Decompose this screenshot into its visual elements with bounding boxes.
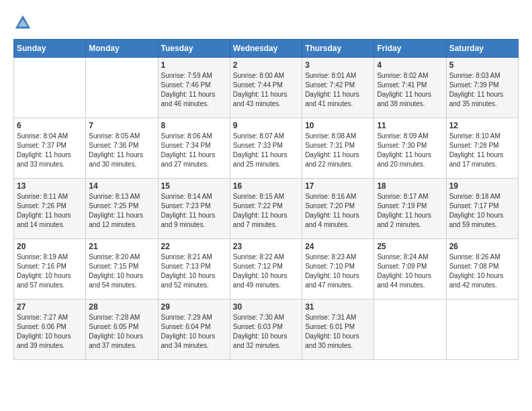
calendar-cell: 23Sunrise: 8:22 AMSunset: 7:12 PMDayligh…	[230, 239, 302, 300]
day-number: 26	[449, 242, 515, 251]
calendar-cell: 2Sunrise: 8:00 AMSunset: 7:44 PMDaylight…	[230, 58, 302, 118]
calendar-week-2: 6Sunrise: 8:04 AMSunset: 7:37 PMDaylight…	[14, 118, 519, 179]
calendar-cell: 16Sunrise: 8:15 AMSunset: 7:22 PMDayligh…	[230, 179, 302, 239]
day-info: Sunrise: 7:30 AMSunset: 6:03 PMDaylight:…	[233, 313, 299, 351]
day-number: 7	[89, 121, 154, 130]
calendar-cell: 18Sunrise: 8:17 AMSunset: 7:19 PMDayligh…	[374, 179, 446, 239]
day-number: 10	[305, 121, 371, 130]
calendar-cell: 7Sunrise: 8:05 AMSunset: 7:36 PMDaylight…	[86, 118, 158, 179]
day-info: Sunrise: 8:04 AMSunset: 7:37 PMDaylight:…	[17, 132, 83, 169]
day-info: Sunrise: 8:00 AMSunset: 7:44 PMDaylight:…	[233, 71, 299, 109]
day-info: Sunrise: 8:13 AMSunset: 7:25 PMDaylight:…	[89, 192, 154, 230]
calendar-cell: 13Sunrise: 8:11 AMSunset: 7:26 PMDayligh…	[14, 179, 86, 239]
day-info: Sunrise: 8:01 AMSunset: 7:42 PMDaylight:…	[305, 71, 371, 109]
day-info: Sunrise: 8:03 AMSunset: 7:39 PMDaylight:…	[449, 71, 515, 109]
day-number: 31	[305, 302, 371, 312]
calendar-cell: 28Sunrise: 7:28 AMSunset: 6:05 PMDayligh…	[86, 300, 158, 360]
day-number: 9	[233, 121, 299, 130]
day-info: Sunrise: 8:14 AMSunset: 7:23 PMDaylight:…	[161, 192, 227, 230]
day-number: 12	[449, 121, 515, 130]
calendar-cell	[14, 58, 86, 118]
calendar-cell: 29Sunrise: 7:29 AMSunset: 6:04 PMDayligh…	[158, 300, 230, 360]
day-number: 25	[377, 242, 443, 251]
day-number: 1	[161, 60, 227, 70]
calendar-cell: 12Sunrise: 8:10 AMSunset: 7:28 PMDayligh…	[446, 118, 518, 179]
calendar-cell: 30Sunrise: 7:30 AMSunset: 6:03 PMDayligh…	[230, 300, 302, 360]
day-info: Sunrise: 8:09 AMSunset: 7:30 PMDaylight:…	[377, 132, 443, 169]
day-number: 2	[233, 60, 299, 70]
day-number: 20	[17, 242, 83, 251]
day-info: Sunrise: 8:17 AMSunset: 7:19 PMDaylight:…	[377, 192, 443, 230]
calendar-cell: 8Sunrise: 8:06 AMSunset: 7:34 PMDaylight…	[158, 118, 230, 179]
day-info: Sunrise: 8:21 AMSunset: 7:13 PMDaylight:…	[161, 253, 227, 290]
calendar-cell: 26Sunrise: 8:26 AMSunset: 7:08 PMDayligh…	[446, 239, 518, 300]
page-header	[13, 13, 519, 32]
calendar-cell	[86, 58, 158, 118]
calendar-cell: 4Sunrise: 8:02 AMSunset: 7:41 PMDaylight…	[374, 58, 446, 118]
calendar-cell: 9Sunrise: 8:07 AMSunset: 7:33 PMDaylight…	[230, 118, 302, 179]
day-header-sunday: Sunday	[14, 40, 86, 58]
calendar-cell	[446, 300, 518, 360]
day-number: 23	[233, 242, 299, 251]
day-number: 16	[233, 181, 299, 191]
day-number: 18	[377, 181, 443, 191]
day-info: Sunrise: 8:26 AMSunset: 7:08 PMDaylight:…	[449, 253, 515, 290]
day-header-friday: Friday	[374, 40, 446, 58]
calendar-cell: 5Sunrise: 8:03 AMSunset: 7:39 PMDaylight…	[446, 58, 518, 118]
day-info: Sunrise: 8:07 AMSunset: 7:33 PMDaylight:…	[233, 132, 299, 169]
day-number: 11	[377, 121, 443, 130]
calendar-week-1: 1Sunrise: 7:59 AMSunset: 7:46 PMDaylight…	[14, 58, 519, 118]
day-header-wednesday: Wednesday	[230, 40, 302, 58]
day-number: 30	[233, 302, 299, 312]
calendar-cell: 1Sunrise: 7:59 AMSunset: 7:46 PMDaylight…	[158, 58, 230, 118]
day-number: 4	[377, 60, 443, 70]
calendar-cell: 6Sunrise: 8:04 AMSunset: 7:37 PMDaylight…	[14, 118, 86, 179]
day-number: 8	[161, 121, 227, 130]
day-info: Sunrise: 8:02 AMSunset: 7:41 PMDaylight:…	[377, 71, 443, 109]
calendar-table: SundayMondayTuesdayWednesdayThursdayFrid…	[13, 39, 519, 360]
day-info: Sunrise: 8:18 AMSunset: 7:17 PMDaylight:…	[449, 192, 515, 230]
day-number: 22	[161, 242, 227, 251]
day-header-saturday: Saturday	[446, 40, 518, 58]
day-number: 29	[161, 302, 227, 312]
calendar-cell: 31Sunrise: 7:31 AMSunset: 6:01 PMDayligh…	[302, 300, 374, 360]
calendar-week-5: 27Sunrise: 7:27 AMSunset: 6:06 PMDayligh…	[14, 300, 519, 360]
day-info: Sunrise: 8:08 AMSunset: 7:31 PMDaylight:…	[305, 132, 371, 169]
calendar-cell: 11Sunrise: 8:09 AMSunset: 7:30 PMDayligh…	[374, 118, 446, 179]
calendar-cell: 15Sunrise: 8:14 AMSunset: 7:23 PMDayligh…	[158, 179, 230, 239]
calendar-cell: 20Sunrise: 8:19 AMSunset: 7:16 PMDayligh…	[14, 239, 86, 300]
day-info: Sunrise: 8:11 AMSunset: 7:26 PMDaylight:…	[17, 192, 83, 230]
day-info: Sunrise: 7:28 AMSunset: 6:05 PMDaylight:…	[89, 313, 154, 351]
day-info: Sunrise: 8:22 AMSunset: 7:12 PMDaylight:…	[233, 253, 299, 290]
day-number: 21	[89, 242, 154, 251]
calendar-week-4: 20Sunrise: 8:19 AMSunset: 7:16 PMDayligh…	[14, 239, 519, 300]
day-info: Sunrise: 7:29 AMSunset: 6:04 PMDaylight:…	[161, 313, 227, 351]
day-number: 19	[449, 181, 515, 191]
calendar-cell: 19Sunrise: 8:18 AMSunset: 7:17 PMDayligh…	[446, 179, 518, 239]
calendar-cell: 14Sunrise: 8:13 AMSunset: 7:25 PMDayligh…	[86, 179, 158, 239]
day-number: 14	[89, 181, 154, 191]
calendar-cell	[374, 300, 446, 360]
day-number: 17	[305, 181, 371, 191]
day-number: 6	[17, 121, 83, 130]
day-info: Sunrise: 8:24 AMSunset: 7:09 PMDaylight:…	[377, 253, 443, 290]
day-info: Sunrise: 8:23 AMSunset: 7:10 PMDaylight:…	[305, 253, 371, 290]
day-info: Sunrise: 8:15 AMSunset: 7:22 PMDaylight:…	[233, 192, 299, 230]
day-number: 28	[89, 302, 154, 312]
logo	[13, 13, 35, 32]
day-number: 27	[17, 302, 83, 312]
day-number: 15	[161, 181, 227, 191]
day-info: Sunrise: 7:31 AMSunset: 6:01 PMDaylight:…	[305, 313, 371, 351]
day-info: Sunrise: 8:06 AMSunset: 7:34 PMDaylight:…	[161, 132, 227, 169]
day-info: Sunrise: 8:05 AMSunset: 7:36 PMDaylight:…	[89, 132, 154, 169]
calendar-cell: 22Sunrise: 8:21 AMSunset: 7:13 PMDayligh…	[158, 239, 230, 300]
calendar-cell: 24Sunrise: 8:23 AMSunset: 7:10 PMDayligh…	[302, 239, 374, 300]
day-number: 13	[17, 181, 83, 191]
calendar-week-3: 13Sunrise: 8:11 AMSunset: 7:26 PMDayligh…	[14, 179, 519, 239]
day-number: 5	[449, 60, 515, 70]
day-header-monday: Monday	[86, 40, 158, 58]
day-info: Sunrise: 8:20 AMSunset: 7:15 PMDaylight:…	[89, 253, 154, 290]
calendar-cell: 25Sunrise: 8:24 AMSunset: 7:09 PMDayligh…	[374, 239, 446, 300]
day-number: 3	[305, 60, 371, 70]
day-header-tuesday: Tuesday	[158, 40, 230, 58]
